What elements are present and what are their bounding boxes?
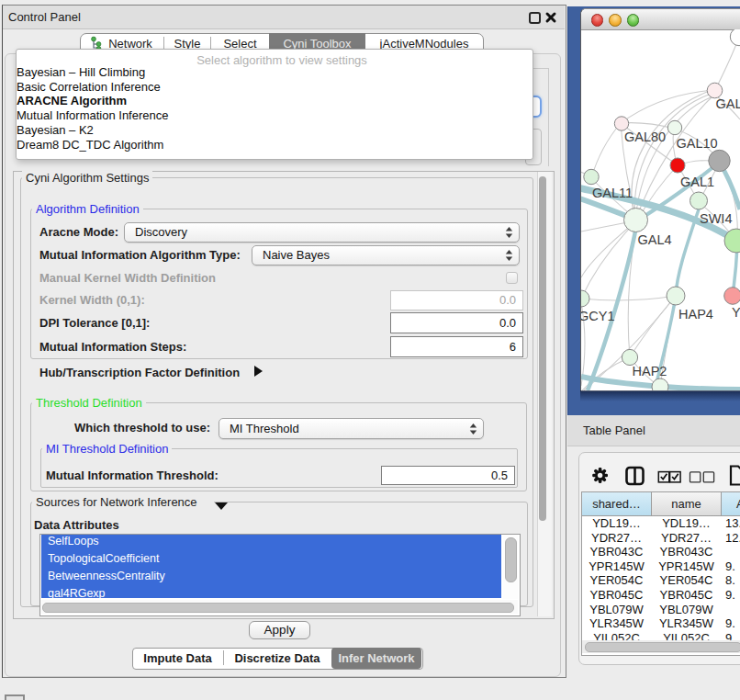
svg-text:SWI4: SWI4: [700, 211, 732, 226]
svg-text:GAL4: GAL4: [638, 232, 672, 247]
svg-text:GAL80: GAL80: [624, 130, 666, 144]
svg-text:Y: Y: [732, 305, 740, 320]
svg-text:GCY1: GCY1: [581, 309, 615, 323]
svg-text:GAL7: GAL7: [716, 96, 740, 111]
svg-text:HAP4: HAP4: [678, 307, 713, 322]
svg-text:GAL1: GAL1: [680, 175, 714, 189]
svg-text:GAL11: GAL11: [592, 186, 633, 200]
svg-text:GAL10: GAL10: [677, 136, 718, 151]
svg-text:HAP2: HAP2: [633, 364, 667, 378]
